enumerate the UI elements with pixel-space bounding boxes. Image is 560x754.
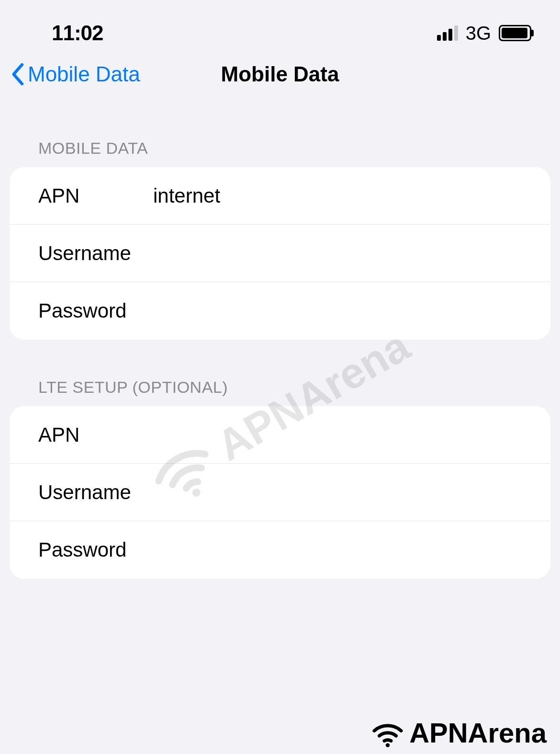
apn-input[interactable] xyxy=(153,184,531,207)
lte-username-input[interactable] xyxy=(153,481,531,504)
mobile-data-card: APN Username Password xyxy=(10,167,550,340)
apn-label: APN xyxy=(38,184,153,207)
svg-point-1 xyxy=(386,743,390,747)
row-password[interactable]: Password xyxy=(10,282,550,340)
lte-setup-card: APN Username Password xyxy=(10,406,550,579)
username-label: Username xyxy=(38,242,153,265)
status-bar: 11:02 3G xyxy=(0,0,560,48)
row-lte-username[interactable]: Username xyxy=(10,464,550,521)
wifi-icon xyxy=(371,716,404,749)
back-button[interactable]: Mobile Data xyxy=(10,62,140,86)
row-username[interactable]: Username xyxy=(10,225,550,282)
row-lte-apn[interactable]: APN xyxy=(10,406,550,464)
signal-icon xyxy=(437,25,458,41)
navigation-bar: Mobile Data Mobile Data xyxy=(0,48,560,96)
status-time: 11:02 xyxy=(52,21,103,45)
row-apn[interactable]: APN xyxy=(10,167,550,225)
lte-apn-label: APN xyxy=(38,423,153,446)
lte-password-input[interactable] xyxy=(153,538,531,561)
network-type: 3G xyxy=(466,23,491,44)
lte-apn-input[interactable] xyxy=(153,423,531,446)
back-label: Mobile Data xyxy=(28,62,140,86)
watermark-bottom-text: APNArena xyxy=(409,717,547,749)
page-title: Mobile Data xyxy=(221,62,339,86)
chevron-left-icon xyxy=(10,62,25,86)
battery-icon xyxy=(499,25,531,41)
password-label: Password xyxy=(38,299,153,322)
lte-password-label: Password xyxy=(38,538,153,561)
row-lte-password[interactable]: Password xyxy=(10,521,550,579)
lte-username-label: Username xyxy=(38,481,153,504)
watermark-bottom: APNArena xyxy=(371,716,547,749)
status-indicators: 3G xyxy=(437,23,531,44)
password-input[interactable] xyxy=(153,299,531,322)
section-header-mobile-data: MOBILE DATA xyxy=(38,139,550,158)
section-header-lte-setup: LTE SETUP (OPTIONAL) xyxy=(38,378,550,397)
username-input[interactable] xyxy=(153,242,531,265)
